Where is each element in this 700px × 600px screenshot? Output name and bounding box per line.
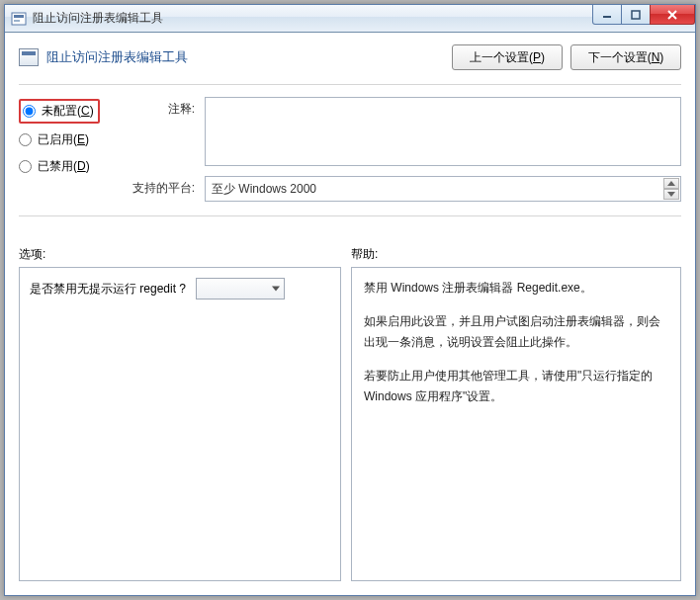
platforms-value: 至少 Windows 2000 — [212, 182, 316, 196]
options-label: 选项: — [19, 246, 351, 263]
radio-enabled-input[interactable] — [19, 133, 32, 146]
policy-header-icon — [19, 48, 39, 66]
lower-row: 是否禁用无提示运行 regedit ? 禁用 Windows 注册表编辑器 Re… — [19, 267, 681, 581]
options-panel: 是否禁用无提示运行 regedit ? — [19, 267, 341, 581]
chevron-up-icon — [667, 181, 675, 186]
option-question: 是否禁用无提示运行 regedit ? — [30, 281, 186, 298]
page-title: 阻止访问注册表编辑工具 — [46, 48, 188, 66]
header-row: 阻止访问注册表编辑工具 上一个设置(P) 下一个设置(N) — [19, 44, 681, 70]
titlebar: 阻止访问注册表编辑工具 — [5, 5, 695, 33]
highlighted-radio: 未配置(C) — [19, 99, 100, 124]
radio-not-configured[interactable]: 未配置(C) — [23, 103, 94, 120]
option-combo[interactable] — [196, 278, 285, 300]
platforms-box: 至少 Windows 2000 — [205, 176, 681, 202]
chevron-down-icon — [667, 192, 675, 197]
svg-rect-2 — [14, 20, 20, 22]
divider — [19, 215, 681, 216]
client-area: 阻止访问注册表编辑工具 上一个设置(P) 下一个设置(N) 未配置(C) — [5, 33, 695, 595]
help-panel: 禁用 Windows 注册表编辑器 Regedit.exe。 如果启用此设置，并… — [351, 267, 681, 581]
help-label: 帮助: — [351, 246, 378, 263]
radio-not-configured-input[interactable] — [23, 105, 36, 118]
svg-rect-0 — [12, 13, 26, 25]
scroll-up-button[interactable] — [663, 178, 679, 189]
maximize-button[interactable] — [621, 5, 651, 25]
scroll-down-button[interactable] — [663, 189, 679, 200]
section-labels: 选项: 帮助: — [19, 246, 681, 263]
window: 阻止访问注册表编辑工具 阻止访问注册表编辑工具 — [4, 4, 696, 596]
minimize-icon — [602, 10, 612, 20]
svg-rect-3 — [603, 16, 611, 18]
help-paragraph: 如果启用此设置，并且用户试图启动注册表编辑器，则会出现一条消息，说明设置会阻止此… — [364, 311, 668, 352]
svg-rect-4 — [632, 11, 640, 19]
radio-disabled[interactable]: 已禁用(D) — [19, 158, 108, 175]
previous-setting-button[interactable]: 上一个设置(P) — [452, 44, 563, 70]
minimize-button[interactable] — [592, 5, 622, 25]
help-paragraph: 禁用 Windows 注册表编辑器 Regedit.exe。 — [364, 278, 668, 298]
maximize-icon — [631, 10, 641, 20]
radio-group: 未配置(C) 已启用(E) 已禁用(D) — [19, 97, 108, 202]
svg-rect-1 — [14, 15, 24, 18]
platforms-label: 支持的平台: — [126, 176, 195, 197]
radio-enabled[interactable]: 已启用(E) — [19, 131, 108, 148]
comment-label: 注释: — [126, 97, 195, 118]
divider — [19, 84, 681, 85]
window-controls — [593, 5, 695, 25]
svg-marker-8 — [667, 192, 675, 197]
policy-icon — [11, 11, 27, 27]
close-button[interactable] — [650, 5, 695, 25]
help-paragraph: 若要防止用户使用其他管理工具，请使用"只运行指定的 Windows 应用程序"设… — [364, 366, 668, 406]
comment-input[interactable] — [205, 97, 681, 166]
radio-disabled-input[interactable] — [19, 160, 32, 173]
close-icon — [666, 9, 678, 21]
next-setting-button[interactable]: 下一个设置(N) — [570, 44, 681, 70]
window-title: 阻止访问注册表编辑工具 — [33, 10, 163, 27]
svg-marker-7 — [667, 181, 675, 186]
config-row: 未配置(C) 已启用(E) 已禁用(D) 注释: 支持的平 — [19, 97, 681, 202]
